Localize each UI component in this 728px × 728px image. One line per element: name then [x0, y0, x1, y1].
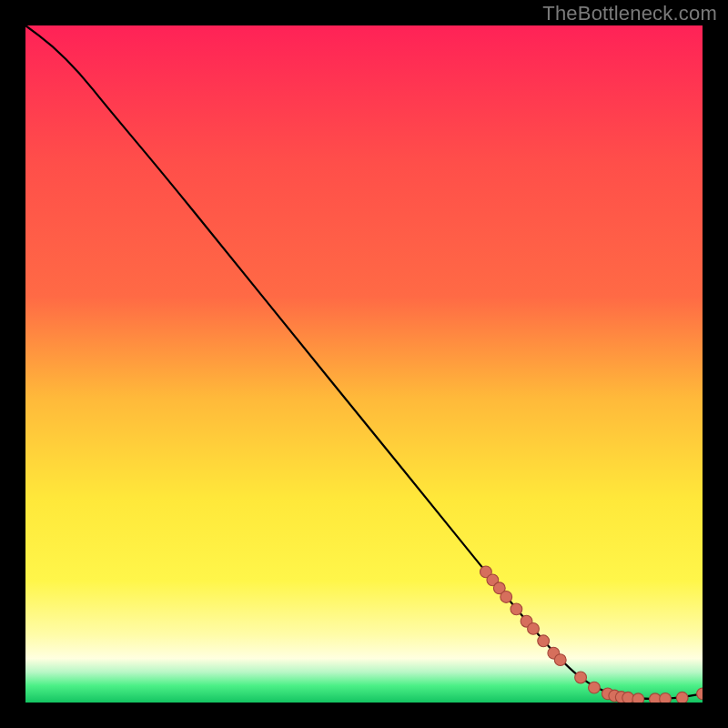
attribution-text: TheBottleneck.com: [542, 2, 717, 25]
chart-canvas: [25, 25, 703, 703]
plot-area: [25, 25, 703, 703]
chart-frame: TheBottleneck.com: [0, 0, 728, 728]
